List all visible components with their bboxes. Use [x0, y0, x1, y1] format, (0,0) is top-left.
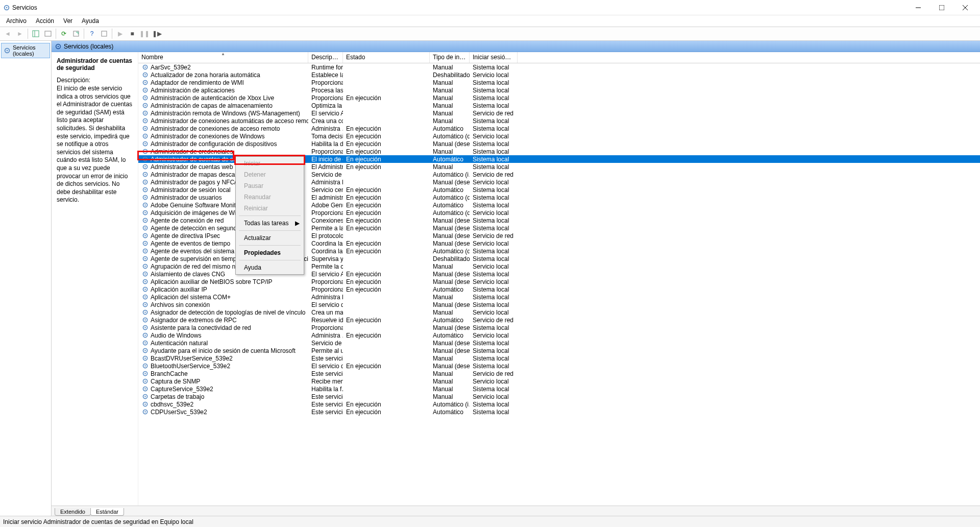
service-row[interactable]: AarSvc_539e2Runtime for …ManualSistema l…	[138, 63, 980, 71]
service-name: BcastDVRUserService_539e2	[151, 355, 233, 362]
svg-point-26	[144, 105, 145, 106]
service-row[interactable]: Administración remota de Windows (WS-Man…	[138, 109, 980, 117]
service-row[interactable]: Actualizador de zona horaria automáticaE…	[138, 71, 980, 79]
tree-root-services[interactable]: Servicios (locales)	[1, 43, 50, 58]
props-button[interactable]	[99, 28, 110, 39]
service-row[interactable]: Adaptador de rendimiento de WMIProporcio…	[138, 79, 980, 86]
stop-service-button[interactable]: ■	[127, 28, 138, 39]
col-tipo[interactable]: Tipo de inicio	[430, 52, 470, 63]
service-row[interactable]: Administración de capas de almacenamient…	[138, 102, 980, 109]
service-status	[343, 117, 430, 125]
ctx-ayuda[interactable]: Ayuda	[237, 262, 303, 273]
service-row[interactable]: BranchCacheEste servicio…ManualServicio …	[138, 370, 980, 377]
service-logon: Servicio local	[470, 331, 518, 339]
col-name[interactable]: Nombre	[138, 52, 308, 63]
service-gear-icon	[141, 171, 149, 178]
tab-estandar[interactable]: Estándar	[90, 508, 124, 516]
help-button[interactable]: ?	[86, 28, 97, 39]
service-row[interactable]: Carpetas de trabajoEste servicio…ManualS…	[138, 393, 980, 400]
ctx-todas-tareas[interactable]: Todas las tareas▶	[237, 218, 303, 229]
refresh-button[interactable]: ⟳	[58, 28, 69, 39]
list-body[interactable]: AarSvc_539e2Runtime for …ManualSistema l…	[138, 63, 980, 506]
restart-service-button[interactable]: ❚▶	[151, 28, 162, 39]
service-startup-type: Manual (dese…	[430, 347, 470, 354]
ctx-propiedades[interactable]: Propiedades	[237, 247, 303, 258]
service-row[interactable]: Archivos sin conexiónEl servicio d…Manua…	[138, 301, 980, 308]
service-description: Administra l…	[308, 293, 343, 301]
tab-extendido[interactable]: Extendido	[55, 508, 91, 516]
service-name: BluetoothUserService_539e2	[151, 363, 230, 370]
service-row[interactable]: BluetoothUserService_539e2El servicio d……	[138, 362, 980, 370]
service-row[interactable]: Administrador de conexiones automáticas …	[138, 117, 980, 125]
service-row[interactable]: Captura de SNMPRecibe men…ManualServicio…	[138, 377, 980, 385]
service-logon: Sistema local	[470, 117, 518, 125]
nav-back-button: ◄	[2, 28, 13, 39]
service-startup-type: Automático (d…	[430, 247, 470, 255]
service-description: Resuelve ide…	[308, 316, 343, 324]
service-logon: Sistema local	[470, 324, 518, 331]
service-row[interactable]: Asignador de extremos de RPCResuelve ide…	[138, 316, 980, 324]
menu-archivo[interactable]: Archivo	[2, 16, 31, 26]
col-logon[interactable]: Iniciar sesión como	[470, 52, 518, 63]
svg-rect-8	[45, 31, 51, 36]
service-row[interactable]: Asignador de detección de topologías de …	[138, 308, 980, 316]
titlebar: Servicios	[0, 0, 980, 15]
service-logon: Sistema local	[470, 362, 518, 370]
service-row[interactable]: Aplicación auxiliar de NetBIOS sobre TCP…	[138, 278, 980, 285]
menu-ver[interactable]: Ver	[59, 16, 77, 26]
service-row[interactable]: Asistente para la conectividad de redPro…	[138, 324, 980, 331]
service-name: Agente de eventos de tiempo	[151, 240, 230, 247]
service-logon: Sistema local	[470, 400, 518, 408]
properties-toolbar-button[interactable]	[42, 28, 54, 39]
service-row[interactable]: Aplicación auxiliar IPProporciona…En eje…	[138, 285, 980, 293]
service-startup-type: Automático (i…	[430, 171, 470, 178]
start-service-button: ▶	[114, 28, 126, 39]
service-row[interactable]: Administración de aplicacionesProcesa la…	[138, 86, 980, 94]
minimize-button[interactable]	[906, 0, 930, 15]
service-gear-icon	[141, 370, 149, 377]
service-row[interactable]: cbdhsvc_539e2Este servicio…En ejecuciónA…	[138, 400, 980, 408]
show-hide-tree-button[interactable]	[30, 28, 41, 39]
service-row[interactable]: Aplicación del sistema COM+Administra l……	[138, 293, 980, 301]
service-description: Coordina la …	[308, 247, 343, 255]
service-logon: Sistema local	[470, 270, 518, 278]
ctx-actualizar[interactable]: Actualizar	[237, 232, 303, 244]
col-estado[interactable]: Estado	[343, 52, 430, 63]
menu-accion[interactable]: Acción	[32, 16, 58, 26]
service-row[interactable]: Audio de WindowsAdministra …En ejecución…	[138, 331, 980, 339]
service-description: Permite la c…	[308, 262, 343, 270]
service-row[interactable]: Administrador de configuración de dispos…	[138, 140, 980, 148]
service-gear-icon	[141, 378, 149, 385]
service-logon: Sistema local	[470, 155, 518, 163]
svg-point-86	[144, 334, 145, 336]
svg-point-70	[144, 273, 145, 274]
service-status: En ejecución	[343, 125, 430, 132]
maximize-button[interactable]	[930, 0, 953, 15]
svg-point-72	[144, 281, 145, 282]
col-desc[interactable]: Descripción	[308, 52, 343, 63]
service-name: Captura de SNMP	[151, 378, 200, 385]
service-description: Proporciona…	[308, 209, 343, 217]
service-row[interactable]: Autenticación naturalServicio de a…Manua…	[138, 339, 980, 347]
service-logon: Sistema local	[470, 224, 518, 232]
service-row[interactable]: CaptureService_539e2Habilita la f…Manual…	[138, 385, 980, 393]
context-menu: Iniciar Detener Pausar Reanudar Reinicia…	[235, 156, 304, 275]
toolbar-sep	[112, 29, 112, 39]
service-row[interactable]: Ayudante para el inicio de sesión de cue…	[138, 347, 980, 354]
service-gear-icon	[141, 87, 149, 94]
service-row[interactable]: Administrador de conexiones de WindowsTo…	[138, 132, 980, 140]
service-row[interactable]: Administración de autenticación de Xbox …	[138, 94, 980, 102]
service-logon: Sistema local	[470, 194, 518, 201]
service-row[interactable]: Administrador de credencialesProporciona…	[138, 148, 980, 155]
service-status	[343, 324, 430, 331]
service-logon: Sistema local	[470, 408, 518, 416]
service-name: Actualizador de zona horaria automática	[151, 71, 260, 79]
service-row[interactable]: BcastDVRUserService_539e2Este servicio…M…	[138, 354, 980, 362]
service-row[interactable]: CDPUserSvc_539e2Este servicio…En ejecuci…	[138, 408, 980, 416]
selected-service-name: Administrador de cuentas de seguridad	[57, 57, 133, 71]
service-row[interactable]: Administrador de conexiones de acceso re…	[138, 125, 980, 132]
menu-ayuda[interactable]: Ayuda	[78, 16, 103, 26]
export-list-button[interactable]	[70, 28, 82, 39]
service-logon: Sistema local	[470, 148, 518, 155]
close-button[interactable]	[953, 0, 977, 15]
